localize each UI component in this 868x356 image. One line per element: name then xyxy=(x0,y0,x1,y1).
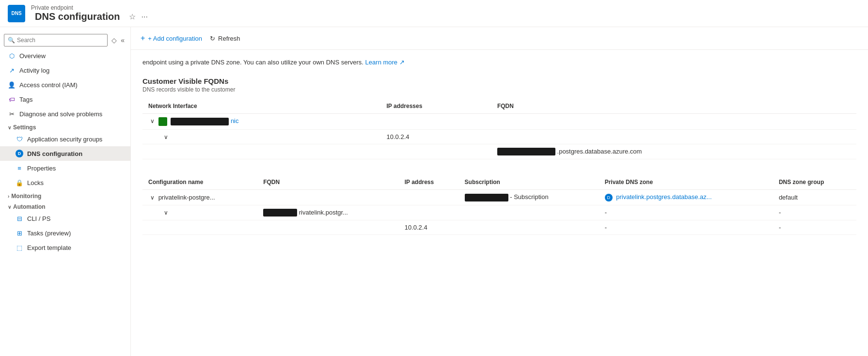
sidebar-item-locks[interactable]: 🔒 Locks xyxy=(0,175,130,190)
sidebar-filter-btn[interactable]: ◇ xyxy=(110,35,119,45)
more-options-button[interactable]: ··· xyxy=(141,12,149,22)
expand-button[interactable]: ∨ xyxy=(148,118,157,124)
breadcrumb: Private endpoint xyxy=(31,4,149,11)
sidebar-item-app-security-groups[interactable]: 🛡 Application security groups xyxy=(0,132,130,146)
table-row: 10.0.2.4 - - xyxy=(142,220,856,235)
configuration-table-section: Configuration name FQDN IP address Subsc… xyxy=(142,175,856,235)
section-label: Settings xyxy=(13,124,36,131)
ip-address-cell: 10.0.2.4 xyxy=(399,220,459,235)
info-description: endpoint using a private DNS zone. You c… xyxy=(142,58,856,67)
customer-visible-title: Customer Visible FQDNs xyxy=(142,77,856,85)
col-ip-address: IP address xyxy=(399,175,459,190)
sidebar-item-label: Locks xyxy=(27,179,44,186)
chevron-right-icon: › xyxy=(8,194,9,199)
main-content: + + Add configuration ↻ Refresh endpoint… xyxy=(131,27,868,356)
sidebar-item-label: Overview xyxy=(19,52,46,60)
config-table: Configuration name FQDN IP address Subsc… xyxy=(142,175,856,235)
overview-icon: ⬡ xyxy=(8,52,16,60)
locks-icon: 🔒 xyxy=(16,179,23,186)
shield-icon: 🛡 xyxy=(16,135,23,143)
col-config-name: Configuration name xyxy=(142,175,257,190)
nic-icon xyxy=(158,117,167,126)
table-row: .postgres.database.azure.com xyxy=(142,144,856,159)
redacted-fqdn-config xyxy=(263,209,297,217)
chevron-down-icon: ∨ xyxy=(8,204,11,210)
search-icon: 🔍 xyxy=(8,37,15,44)
nic-link[interactable]: nic xyxy=(231,117,239,124)
page-title: DNS configuration xyxy=(35,11,120,22)
add-config-label: + Add configuration xyxy=(148,35,202,42)
col-subscription: Subscription xyxy=(459,175,599,190)
sidebar-item-dns-configuration[interactable]: D DNS configuration xyxy=(0,146,130,161)
section-label: Monitoring xyxy=(11,193,41,200)
customer-visible-subtitle: DNS records visible to the customer xyxy=(142,86,856,93)
sidebar-item-tags[interactable]: 🏷 Tags xyxy=(0,92,130,107)
col-dns-zone-group: DNS zone group xyxy=(773,175,856,190)
properties-icon: ≡ xyxy=(16,164,23,172)
table-row: ∨ nic xyxy=(142,113,856,129)
refresh-icon: ↻ xyxy=(210,35,215,42)
sidebar-item-label: Diagnose and solve problems xyxy=(19,110,102,118)
redacted-fqdn xyxy=(497,148,555,155)
dns-zone-group-cell: default xyxy=(773,190,856,205)
add-icon: + xyxy=(141,34,145,43)
learn-more-link[interactable]: Learn more ↗ xyxy=(365,59,405,66)
ip-address-cell: 10.0.2.4 xyxy=(381,129,491,144)
sidebar-item-label: Activity log xyxy=(19,67,49,74)
sidebar-item-cli-ps[interactable]: ⊟ CLI / PS xyxy=(0,211,130,226)
sidebar-section-monitoring[interactable]: › Monitoring xyxy=(0,190,130,201)
customer-visible-table: Network Interface IP addresses FQDN ∨ xyxy=(142,99,856,160)
sidebar-item-label: DNS configuration xyxy=(27,150,82,157)
expand-button[interactable]: ∨ xyxy=(162,209,170,216)
private-dns-zone-link[interactable]: privatelink.postgres.database.az... xyxy=(616,193,711,201)
sidebar-section-settings[interactable]: ∨ Settings xyxy=(0,121,130,132)
tasks-icon: ⊞ xyxy=(16,229,23,237)
sidebar-item-activity-log[interactable]: ↗ Activity log xyxy=(0,63,130,77)
sidebar-item-label: Application security groups xyxy=(27,136,102,143)
col-fqdn: FQDN xyxy=(257,175,399,190)
col-fqdn: FQDN xyxy=(491,99,856,114)
sidebar-section-automation[interactable]: ∨ Automation xyxy=(0,201,130,211)
sidebar-item-label: CLI / PS xyxy=(27,215,50,222)
refresh-button[interactable]: ↻ Refresh xyxy=(210,33,240,44)
sidebar-item-overview[interactable]: ⬡ Overview xyxy=(0,48,130,63)
sidebar: 🔍 ◇ « ⬡ Overview ↗ Activity log 👤 Access… xyxy=(0,27,131,356)
app-logo: DNS xyxy=(8,5,25,22)
table-row: ∨ rivatelink.postgr... - - xyxy=(142,205,856,220)
redacted-nic-name xyxy=(171,118,229,125)
page-header: DNS Private endpoint DNS configuration ☆… xyxy=(0,0,868,27)
redacted-subscription xyxy=(465,194,508,201)
col-network-interface: Network Interface xyxy=(142,99,381,114)
iam-icon: 👤 xyxy=(8,81,16,89)
sidebar-item-label: Tasks (preview) xyxy=(27,230,71,237)
sidebar-collapse-btn[interactable]: « xyxy=(119,35,126,45)
sidebar-item-diagnose[interactable]: ✂ Diagnose and solve problems xyxy=(0,107,130,121)
section-label: Automation xyxy=(13,203,46,210)
sidebar-item-label: Properties xyxy=(27,165,56,172)
chevron-down-icon: ∨ xyxy=(8,125,11,130)
sidebar-item-label: Export template xyxy=(27,244,71,251)
export-icon: ⬚ xyxy=(16,244,23,251)
search-input[interactable] xyxy=(4,34,108,46)
sidebar-item-tasks[interactable]: ⊞ Tasks (preview) xyxy=(0,226,130,240)
expand-button[interactable]: ∨ xyxy=(162,134,170,140)
sidebar-item-access-control[interactable]: 👤 Access control (IAM) xyxy=(0,77,130,92)
table-row: ∨ privatelink-postgre... - Subscription … xyxy=(142,190,856,205)
customer-visible-fqdns-section: Customer Visible FQDNs DNS records visib… xyxy=(142,77,856,160)
favorite-button[interactable]: ☆ xyxy=(128,11,137,22)
fqdn-cell: .postgres.database.azure.com xyxy=(491,144,856,159)
expand-button[interactable]: ∨ xyxy=(148,194,157,201)
col-private-dns-zone: Private DNS zone xyxy=(599,175,773,190)
table-row: ∨ 10.0.2.4 xyxy=(142,129,856,144)
sidebar-item-export-template[interactable]: ⬚ Export template xyxy=(0,240,130,255)
diagnose-icon: ✂ xyxy=(8,110,16,118)
dns-zone-icon: D xyxy=(605,194,613,201)
sidebar-item-properties[interactable]: ≡ Properties xyxy=(0,161,130,175)
refresh-label: Refresh xyxy=(218,35,240,42)
add-configuration-button[interactable]: + + Add configuration xyxy=(141,32,202,45)
config-name-cell: privatelink-postgre... xyxy=(158,194,215,201)
sidebar-item-label: Tags xyxy=(19,96,32,103)
tags-icon: 🏷 xyxy=(8,95,16,103)
dns-icon: D xyxy=(16,150,23,157)
cli-icon: ⊟ xyxy=(16,215,23,222)
